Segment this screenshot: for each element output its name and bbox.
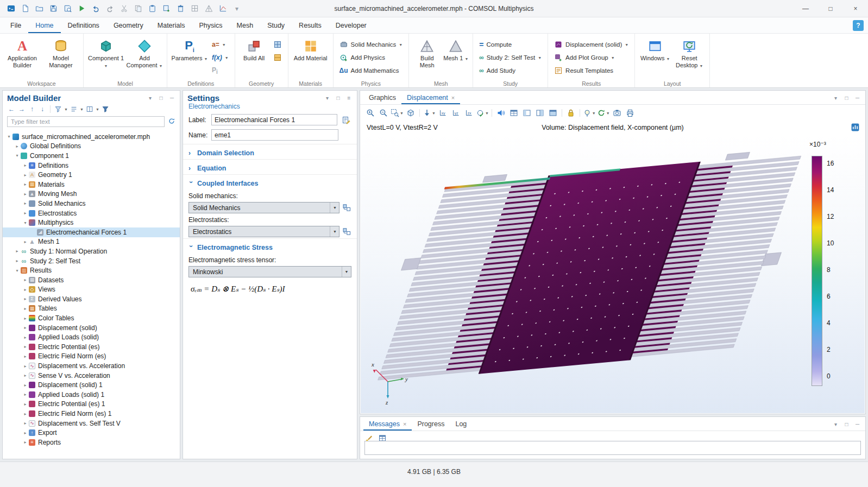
save-icon[interactable] — [47, 2, 60, 15]
parameters-button[interactable]: Pi Parameters ▼ — [171, 35, 208, 79]
tree-item[interactable]: ▸AGeometry 1 — [3, 170, 180, 180]
menu-materials[interactable]: Materials — [150, 17, 192, 33]
expand-icon[interactable]: ▸ — [14, 258, 20, 263]
reset-desktop-button[interactable]: Reset Desktop ▼ — [673, 35, 706, 79]
zoom-box-icon[interactable]: ▼ — [391, 107, 404, 119]
go-to-electrostatics-icon[interactable] — [342, 227, 351, 236]
tree-item[interactable]: ▸Applied Loads (solid) — [3, 332, 180, 342]
axis-zx-icon[interactable]: zx — [463, 107, 475, 119]
sound-icon[interactable] — [495, 107, 507, 119]
expand-icon[interactable]: ▸ — [22, 296, 28, 301]
solid-mechanics-combobox[interactable]: Solid Mechanics ▼ — [188, 202, 339, 213]
tree-item[interactable]: ▸Applied Loads (solid) 1 — [3, 390, 180, 400]
add-material-button[interactable]: Add Material — [292, 35, 329, 79]
compute-button[interactable]: = Compute — [477, 39, 544, 50]
variables-button[interactable]: a= ▼ — [210, 39, 231, 50]
tree-item[interactable]: ▸∿Displacement vs. Self Test V — [3, 419, 180, 428]
tree-item[interactable]: ▸Electrostatics — [3, 208, 180, 218]
solid-mechanics-button[interactable]: Solid Mechanics ▼ — [337, 39, 405, 50]
forward-icon[interactable]: → — [17, 104, 26, 114]
collapse-icon[interactable]: ▾ — [14, 268, 20, 273]
window-split-icon[interactable] — [534, 107, 546, 119]
expand-icon[interactable]: ▸ — [22, 383, 28, 388]
menu-geometry[interactable]: Geometry — [106, 17, 150, 33]
messages-output[interactable] — [364, 441, 861, 455]
collapse-icon[interactable]: ▾ — [14, 153, 20, 158]
graphics-canvas[interactable]: ×10⁻³ 1614121086420 x y z — [361, 135, 865, 413]
tab-close-icon[interactable]: × — [451, 94, 455, 101]
expand-icon[interactable]: ▸ — [22, 306, 28, 311]
geometry-insert-sequence-button[interactable] — [271, 39, 284, 50]
panel-collapse-icon[interactable]: ─ — [854, 421, 861, 428]
mesh-view-icon[interactable] — [202, 2, 215, 15]
expand-icon[interactable]: ▸ — [22, 440, 28, 445]
menu-home[interactable]: Home — [28, 17, 60, 33]
model-tree-node-text-icon[interactable] — [70, 104, 78, 114]
expand-icon[interactable]: ▸ — [22, 287, 28, 292]
collapse-icon[interactable]: ▾ — [6, 134, 12, 139]
axis-xy-icon[interactable]: xy — [437, 107, 449, 119]
build-mesh-button[interactable]: Build Mesh — [413, 35, 441, 79]
update-plot-icon[interactable]: ▼ — [597, 107, 610, 119]
tree-item[interactable]: ▸▲Moving Mesh — [3, 189, 180, 199]
move-down-icon[interactable]: ↓ — [38, 104, 47, 114]
tree-item[interactable]: ▸∿Displacement vs. Acceleration — [3, 361, 180, 371]
close-button[interactable]: × — [843, 0, 868, 17]
tree-item[interactable]: ▸Solid Mechanics — [3, 199, 180, 208]
menu-developer[interactable]: Developer — [329, 17, 374, 33]
tree-item[interactable]: ▸Electric Field Norm (es) 1 — [3, 409, 180, 419]
tree-item[interactable]: ▸Electric Potential (es) — [3, 342, 180, 352]
stress-tensor-combobox[interactable]: Minkowski ▼ — [188, 266, 351, 277]
expand-icon[interactable]: ▸ — [22, 163, 28, 168]
window-table-icon[interactable] — [508, 107, 520, 119]
back-icon[interactable]: ← — [7, 104, 16, 114]
print-icon[interactable] — [624, 107, 636, 119]
window-max-icon[interactable] — [547, 107, 559, 119]
name-input[interactable] — [211, 129, 338, 141]
messages-tab-progress[interactable]: Progress — [412, 417, 450, 431]
pi-button[interactable]: Pi — [210, 65, 231, 77]
lock-icon[interactable] — [565, 107, 577, 119]
add-study-button[interactable]: ∞ Add Study — [477, 65, 544, 77]
geometry-export-button[interactable] — [271, 52, 284, 64]
mesh1-button[interactable]: Mesh 1 ▼ — [443, 35, 469, 79]
expand-icon[interactable]: ▸ — [14, 249, 20, 254]
add-component-button[interactable]: Add Component ▼ — [126, 35, 163, 79]
tree-item[interactable]: ▸≡Definitions — [3, 161, 180, 170]
copy-icon[interactable] — [131, 2, 144, 15]
collapse-filter-icon[interactable] — [101, 104, 110, 114]
menu-results[interactable]: Results — [292, 17, 329, 33]
panel-float-icon[interactable]: □ — [335, 94, 342, 102]
expand-icon[interactable]: ▸ — [22, 392, 28, 397]
paste-icon[interactable] — [146, 2, 159, 15]
grid-view-icon[interactable] — [188, 2, 201, 15]
expand-icon[interactable]: ▸ — [22, 325, 28, 330]
refresh-icon[interactable] — [168, 117, 175, 127]
maximize-button[interactable]: □ — [818, 0, 843, 17]
minimize-button[interactable]: — — [793, 0, 818, 17]
expand-icon[interactable]: ▸ — [22, 344, 28, 349]
messages-tab-log[interactable]: Log — [450, 417, 472, 431]
expand-icon[interactable]: ▸ — [22, 431, 28, 435]
expand-icon[interactable]: ▸ — [22, 192, 28, 197]
panel-collapse-icon[interactable]: ─ — [854, 94, 861, 102]
orbit-icon[interactable]: ▼ — [476, 107, 489, 119]
panel-menu-icon[interactable]: ▾ — [832, 94, 839, 102]
window-plot-icon[interactable] — [521, 107, 533, 119]
electrostatics-combobox[interactable]: Electrostatics ▼ — [188, 226, 339, 237]
add-plot-group-button[interactable]: Add Plot Group ▼ — [552, 52, 631, 64]
new-file-icon[interactable] — [18, 2, 32, 15]
insert-object-icon[interactable] — [160, 2, 173, 15]
study2-button[interactable]: ∞ Study 2: Self Test ▼ — [477, 52, 544, 64]
section-electromagnetic-stress[interactable]: › Electromagnetic Stress — [183, 238, 357, 254]
zoom-extents-icon[interactable] — [405, 107, 417, 119]
plot-view-icon[interactable] — [216, 2, 229, 15]
zoom-in-icon[interactable] — [364, 107, 376, 119]
expand-icon[interactable]: ▸ — [22, 182, 28, 187]
cut-icon[interactable] — [117, 2, 130, 15]
tree-item[interactable]: ▸Global Definitions — [3, 142, 180, 151]
graphics-tab-displacement[interactable]: Displacement× — [401, 91, 460, 104]
tree-item[interactable]: ▾Component 1 — [3, 151, 180, 161]
tree-item[interactable]: ▾Multiphysics — [3, 218, 180, 227]
undo-icon[interactable] — [89, 2, 102, 15]
